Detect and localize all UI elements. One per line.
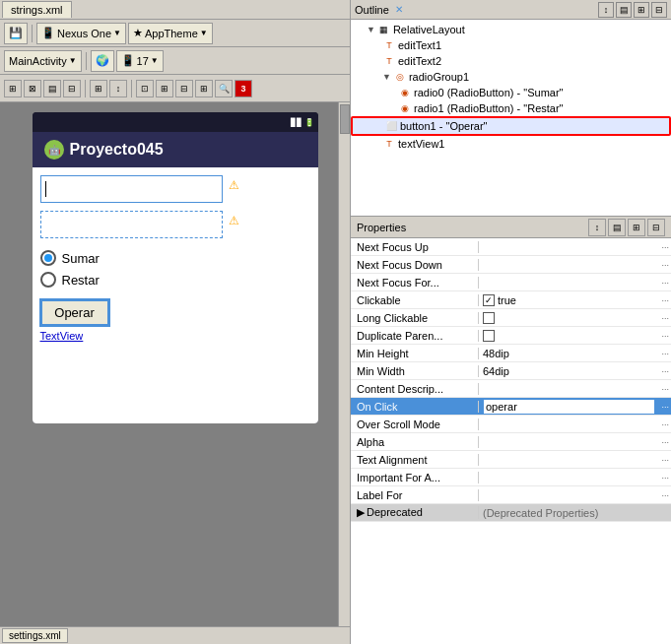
prop-row-deprecated: ▶Deprecated (Deprecated Properties) — [351, 504, 671, 522]
textview-label[interactable]: TextView — [40, 330, 310, 342]
prop-filter-btn[interactable]: ▤ — [608, 219, 626, 236]
prop-dots-over-scroll-mode[interactable]: ··· — [659, 419, 671, 429]
prop-dots-on-click[interactable]: ··· — [659, 402, 671, 412]
warning-icon-2: ⚠ — [229, 214, 239, 227]
prop-name-content-descrip: Content Descrip... — [351, 383, 479, 395]
icon-edittext2: T — [382, 54, 396, 68]
app-title: Proyecto045 — [70, 141, 164, 159]
prop-dots-duplicate-paren[interactable]: ··· — [659, 331, 671, 341]
prop-value-duplicate-paren[interactable] — [479, 330, 659, 342]
prop-dots-clickable[interactable]: ··· — [659, 295, 671, 305]
radio-group: Sumar Restar — [40, 250, 310, 288]
canvas-scrollbar[interactable] — [338, 102, 350, 626]
device-icon: 📱 — [41, 27, 55, 39]
prop-dots-next-focus-up[interactable]: ··· — [659, 242, 671, 252]
tree-item-textview1[interactable]: T textView1 — [351, 136, 671, 152]
globe-btn[interactable]: 🌍 — [91, 50, 114, 72]
tool-btn-8[interactable]: ⊞ — [156, 80, 173, 97]
outline-sort-btn[interactable]: ↕ — [598, 2, 614, 18]
prop-dots-min-height[interactable]: ··· — [659, 349, 671, 358]
sep1 — [32, 25, 33, 42]
tree-item-button1[interactable]: ⬜ button1 - "Operar" — [351, 116, 671, 136]
expand-radiogroup1[interactable]: ▼ — [382, 72, 391, 82]
tree-item-radio0[interactable]: ◉ radio0 (RadioButton) - "Sumar" — [351, 85, 671, 100]
tool-btn-4[interactable]: ⊟ — [63, 80, 81, 97]
prop-dots-label-for[interactable]: ··· — [659, 490, 671, 500]
phone-frame: ▊▊ 🔋 🤖 Proyecto045 ⚠ — [33, 112, 318, 423]
tool-btn-5[interactable]: ⊞ — [90, 80, 107, 97]
prop-dots-next-focus-down[interactable]: ··· — [659, 260, 671, 270]
prop-collapse-btn[interactable]: ⊟ — [647, 219, 665, 236]
prop-name-important-for-a: Important For A... — [351, 472, 479, 483]
prop-dots-next-focus-for[interactable]: ··· — [659, 278, 671, 288]
tool-btn-9[interactable]: ⊟ — [175, 80, 193, 97]
edit-text-1[interactable]: ⚠ — [40, 175, 223, 203]
tree-item-radiogroup1[interactable]: ▼ ◎ radioGroup1 — [351, 69, 671, 85]
prop-dots-important-for-a[interactable]: ··· — [659, 473, 671, 483]
prop-name-text-alignment: Text Alignment — [351, 454, 479, 466]
strings-xml-tab[interactable]: strings.xml — [2, 1, 72, 18]
tool-btn-10[interactable]: ⊞ — [195, 80, 213, 97]
tool-btn-1[interactable]: ⊞ — [4, 80, 22, 97]
icon-radiogroup1: ◎ — [393, 70, 407, 84]
theme-icon: ★ — [133, 27, 143, 39]
tool-btn-3[interactable]: ▤ — [43, 80, 61, 97]
prop-sort-btn[interactable]: ↕ — [588, 219, 606, 236]
tree-item-edittext1[interactable]: T editText1 — [351, 37, 671, 53]
prop-value-min-width[interactable]: 64dip — [479, 365, 659, 377]
prop-value-min-height[interactable]: 48dip — [479, 348, 659, 359]
save-btn[interactable]: 💾 — [4, 23, 28, 44]
checkbox-duplicate-paren[interactable] — [483, 330, 495, 342]
prop-name-min-height: Min Height — [351, 348, 479, 359]
api-selector[interactable]: 📱 17 ▼ — [116, 50, 164, 72]
tool-btn-2[interactable]: ⊠ — [24, 80, 41, 97]
tree-item-radio1[interactable]: ◉ radio1 (RadioButton) - "Restar" — [351, 100, 671, 116]
battery-icon: 🔋 — [304, 118, 314, 127]
api-level: 17 — [137, 55, 149, 67]
prop-name-deprecated: ▶Deprecated — [351, 506, 479, 519]
outline-collapse-btn[interactable]: ⊟ — [651, 2, 667, 18]
icon-button1: ⬜ — [384, 119, 398, 133]
checkbox-clickable[interactable]: ✓ — [483, 294, 495, 306]
prop-expand-btn[interactable]: ⊞ — [628, 219, 645, 236]
icon-relativelayout: ▦ — [377, 23, 391, 36]
api-arrow: ▼ — [151, 56, 159, 65]
prop-value-on-click[interactable] — [479, 399, 659, 415]
radio-sumar[interactable]: Sumar — [40, 250, 310, 266]
warning-icon-1: ⚠ — [229, 178, 239, 192]
scrollbar-thumb[interactable] — [340, 104, 350, 134]
device-name: Nexus One — [57, 28, 111, 39]
tree-item-edittext2[interactable]: T editText2 — [351, 53, 671, 69]
prop-value-long-clickable[interactable] — [479, 312, 659, 324]
theme-selector[interactable]: ★ AppTheme ▼ — [128, 23, 213, 44]
outline-filter-btn[interactable]: ▤ — [616, 2, 632, 18]
icon-edittext1: T — [382, 38, 396, 52]
expand-relativelayout[interactable]: ▼ — [367, 25, 375, 34]
prop-dots-content-descrip[interactable]: ··· — [659, 384, 671, 394]
expand-deprecated[interactable]: ▶ — [357, 506, 365, 518]
prop-name-long-clickable: Long Clickable — [351, 312, 479, 324]
clickable-text: true — [498, 294, 516, 306]
prop-dots-long-clickable[interactable]: ··· — [659, 313, 671, 323]
prop-dots-alpha[interactable]: ··· — [659, 437, 671, 447]
tree-item-relativelayout[interactable]: ▼ ▦ RelativeLayout — [351, 22, 671, 37]
radio-dot-sumar — [44, 254, 52, 262]
settings-xml-tab[interactable]: settings.xml — [2, 628, 68, 643]
device-selector[interactable]: 📱 Nexus One ▼ — [36, 23, 126, 44]
edit-text-2[interactable]: ⚠ — [40, 211, 223, 238]
activity-selector[interactable]: MainActivity ▼ — [4, 50, 82, 72]
phone-status-bar: ▊▊ 🔋 — [33, 112, 318, 132]
on-click-input[interactable] — [483, 399, 655, 415]
checkbox-long-clickable[interactable] — [483, 312, 495, 324]
outline-expand-btn[interactable]: ⊞ — [634, 2, 649, 18]
tool-btn-7[interactable]: ⊡ — [136, 80, 154, 97]
prop-dots-text-alignment[interactable]: ··· — [659, 455, 671, 465]
error-badge[interactable]: 3 — [235, 80, 252, 97]
tool-btn-11[interactable]: 🔍 — [215, 80, 233, 97]
prop-name-alpha: Alpha — [351, 436, 479, 448]
button-operar[interactable]: Operar — [40, 299, 109, 326]
prop-dots-min-width[interactable]: ··· — [659, 366, 671, 376]
tool-btn-6[interactable]: ↕ — [109, 80, 127, 97]
radio-restar[interactable]: Restar — [40, 272, 310, 288]
prop-value-clickable[interactable]: ✓ true — [479, 294, 659, 306]
